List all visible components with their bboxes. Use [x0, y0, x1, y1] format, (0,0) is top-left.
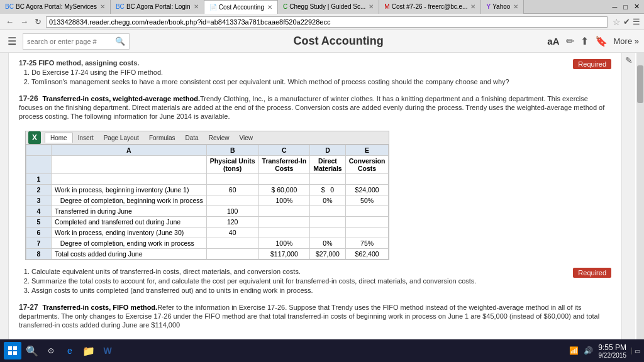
excel-tab-review[interactable]: Review: [204, 133, 235, 143]
tab-agora-login[interactable]: BC BC Agora Portal: Login ✕: [111, 0, 204, 14]
share-icon[interactable]: ⬆: [580, 35, 589, 47]
required-badge-2: Required: [573, 268, 611, 278]
problem-number-17-26: 17-26: [19, 94, 38, 103]
table-row: 5 Completed and transferred out during J…: [26, 217, 389, 228]
tab-agora-myservices[interactable]: BC BC Agora Portal: MyServices ✕: [0, 0, 111, 14]
subheader-a: [52, 156, 207, 174]
excel-tab-pagelayout[interactable]: Page Layout: [99, 133, 144, 143]
problem-17-27-title: Transferred-in costs, FIFO method.: [42, 304, 157, 311]
search-box[interactable]: 🔍: [23, 33, 130, 50]
clock-date: 9/22/2015: [598, 352, 626, 359]
start-button[interactable]: [4, 342, 21, 359]
close-icon[interactable]: ✕: [100, 3, 105, 10]
problem-number-17-27: 17-27: [19, 303, 38, 312]
tab-chegg[interactable]: C Chegg Study | Guided Sc... ✕: [278, 0, 379, 14]
table-row: 7 Degree of completion, ending work in p…: [26, 238, 389, 249]
back-button[interactable]: ←: [4, 17, 16, 26]
svg-rect-2: [8, 351, 12, 355]
excel-tab-home[interactable]: Home: [45, 133, 73, 143]
edit-icon[interactable]: ✎: [625, 55, 633, 65]
refresh-button[interactable]: ↻: [33, 17, 43, 26]
taskbar-right: 📶 🔊 9:55 PM 9/22/2015 ▭: [569, 343, 640, 359]
table-row: 3 Degree of completion, beginning work i…: [26, 195, 389, 206]
close-window-icon[interactable]: ✕: [632, 3, 641, 11]
required-badge: Required: [573, 59, 611, 69]
tab-cost-accounting[interactable]: 📄 Cost Accounting ✕: [204, 0, 278, 14]
col-header-b: B: [206, 145, 258, 156]
menu-icon[interactable]: ☰: [633, 17, 640, 26]
close-icon[interactable]: ✕: [194, 3, 199, 10]
subheader-b: Physical Units(tons): [206, 156, 258, 174]
list-item: Do Exercise 17-24 using the FIFO method.: [31, 69, 569, 76]
problem-17-27-text: 17-27 Transferred-in costs, FIFO method.…: [19, 303, 611, 329]
show-desktop-button[interactable]: ▭: [631, 348, 640, 354]
address-input[interactable]: [46, 16, 608, 28]
taskbar-cortana-button[interactable]: ⊙: [43, 343, 59, 359]
close-icon[interactable]: ✕: [513, 3, 518, 10]
bookmark-icon[interactable]: ☆: [613, 17, 621, 27]
table-row: 8 Total costs added during June $117,000…: [26, 249, 389, 260]
forward-button[interactable]: →: [18, 17, 30, 26]
svg-rect-0: [8, 346, 12, 350]
bookmark-ribbon-icon[interactable]: 🔖: [595, 35, 608, 47]
spreadsheet-table: A B C D E Physical Units(tons) Transferr…: [26, 145, 389, 260]
search-input[interactable]: [27, 38, 115, 45]
maximize-icon[interactable]: □: [621, 3, 630, 11]
table-row: 4 Transferred in during June 100: [26, 206, 389, 217]
minimize-icon[interactable]: ─: [611, 3, 619, 11]
pencil-icon[interactable]: ✏: [566, 35, 574, 47]
list-item: Assign costs to units completed (and tra…: [31, 287, 569, 294]
list-item: Calculate equivalent units of transferre…: [31, 268, 569, 275]
main-content: 17-25 FIFO method, assigning costs. Do E…: [9, 53, 621, 339]
svg-rect-3: [13, 351, 17, 355]
taskbar: 🔍 ⊙ e 📁 W 📶 🔊 9:55 PM 9/22/2015 ▭: [0, 339, 644, 362]
table-row: 6 Work in process, ending inventory (Jun…: [26, 228, 389, 238]
close-icon[interactable]: ✕: [470, 3, 475, 10]
tab-cost-freerc[interactable]: M Cost #7-26 - freerc@bc.e... ✕: [379, 0, 481, 14]
subheader-d: DirectMaterials: [310, 156, 346, 174]
list-item: Summarize the total costs to account for…: [31, 277, 569, 285]
subheader-c: Transferred-InCosts: [258, 156, 310, 174]
taskbar-ie-button[interactable]: e: [62, 343, 78, 359]
taskbar-search-button[interactable]: 🔍: [24, 343, 40, 359]
excel-tab-view[interactable]: View: [234, 133, 258, 143]
sidebar-toggle-button[interactable]: ☰: [5, 35, 19, 47]
taskbar-word-button[interactable]: W: [99, 343, 116, 359]
address-bar: ← → ↻ ☆ ✔ ☰: [0, 14, 644, 30]
problem-17-26-text: 17-26 Transferred-in costs, weighted-ave…: [19, 94, 611, 121]
fifo-list: Do Exercise 17-24 using the FIFO method.…: [31, 69, 569, 85]
browser-tabs: BC BC Agora Portal: MyServices ✕ BC BC A…: [0, 0, 644, 14]
scrollbar-thumb[interactable]: [637, 65, 643, 103]
more-button[interactable]: More »: [614, 36, 639, 46]
col-header-c: C: [258, 145, 310, 156]
left-sidebar: [0, 53, 9, 339]
network-icon: 📶: [569, 346, 579, 355]
col-header-a: A: [52, 145, 207, 156]
close-icon[interactable]: ✕: [369, 3, 374, 10]
volume-icon: 🔊: [584, 346, 593, 355]
questions-list: Calculate equivalent units of transferre…: [31, 268, 569, 294]
table-row: 1: [26, 174, 389, 185]
list-item: Tomlinson's management seeks to have a m…: [31, 78, 569, 85]
scrollbar[interactable]: [636, 53, 644, 339]
taskbar-explorer-button[interactable]: 📁: [80, 343, 97, 359]
search-icon[interactable]: 🔍: [115, 36, 125, 46]
clock-time: 9:55 PM: [598, 343, 626, 352]
subheader-e: ConversionCosts: [345, 156, 389, 174]
extension-icon[interactable]: ✔: [623, 17, 630, 26]
windows-logo: [8, 346, 17, 355]
close-icon[interactable]: ✕: [267, 4, 272, 11]
excel-tab-data[interactable]: Data: [180, 133, 204, 143]
excel-ribbon: X Home Insert Page Layout Formulas Data …: [26, 131, 389, 145]
taskbar-clock: 9:55 PM 9/22/2015: [598, 343, 626, 359]
section-17-25: 17-25 FIFO method, assigning costs. Do E…: [19, 59, 611, 90]
svg-rect-1: [13, 346, 17, 350]
tab-yahoo[interactable]: Y Yahoo ✕: [481, 0, 524, 14]
col-header-e: E: [345, 145, 389, 156]
excel-tab-insert[interactable]: Insert: [73, 133, 99, 143]
font-size-button[interactable]: aA: [547, 36, 559, 47]
right-panel: ✎: [621, 53, 644, 339]
excel-tab-formulas[interactable]: Formulas: [144, 133, 180, 143]
problem-17-26-title: Transferred-in costs, weighted-average m…: [42, 95, 200, 102]
questions-17-26: Calculate equivalent units of transferre…: [19, 268, 611, 299]
